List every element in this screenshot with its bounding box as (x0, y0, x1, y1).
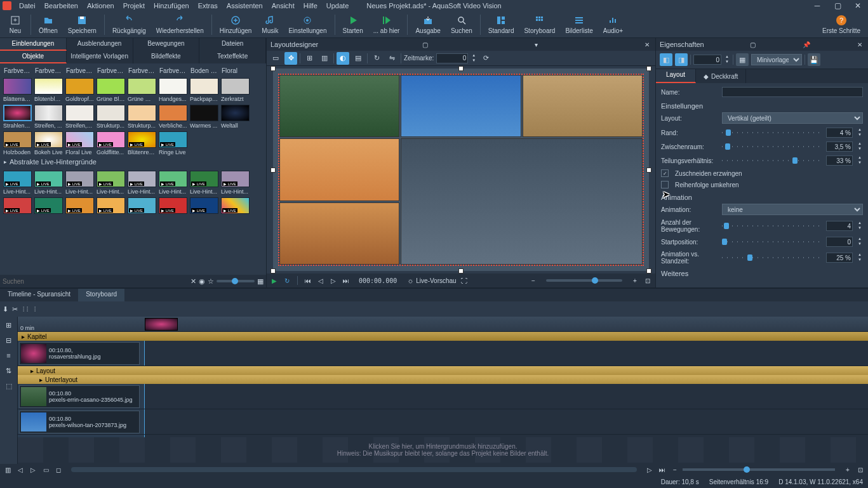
thumb-item[interactable]: ▶ LIVELive-Hint... (189, 171, 219, 195)
menu-projekt[interactable]: Projekt (119, 1, 149, 11)
teilung-value[interactable]: 33 % (826, 155, 853, 166)
timeline-clip[interactable]: 00:10.80 pexels-wilson-tan-2073873.jpg (19, 411, 140, 433)
tl-remove-track-icon[interactable]: ⊟ (3, 334, 15, 346)
open-button[interactable]: Öffnen (34, 13, 63, 36)
timeline-zoom-slider[interactable] (683, 468, 835, 471)
thumb-item[interactable]: ▶ LIVELive-Hint... (34, 171, 63, 195)
track-header-layout[interactable]: ▸Layout (18, 366, 868, 375)
standzeit-value[interactable]: 25 % (826, 253, 853, 263)
startpos-spinner[interactable]: ▲▼ (857, 237, 863, 247)
tab-texteffekte[interactable]: Texteffekte (199, 51, 266, 63)
thumb-item[interactable]: ▶ LIVE (189, 197, 219, 214)
panel-restore-icon[interactable]: ▢ (420, 40, 429, 49)
thumb-item[interactable]: ▶ LIVELive-Hint... (3, 171, 32, 195)
thumb-item[interactable]: ▶ LIVE (127, 197, 157, 214)
tl-tool-join-icon[interactable]: ⸽ (33, 305, 37, 313)
designer-move-icon[interactable]: ✥ (284, 52, 297, 65)
tl-layers-icon[interactable]: ▥ (3, 465, 13, 475)
design-canvas[interactable] (273, 69, 649, 271)
layout-imagelist-button[interactable]: Bilderliste (560, 13, 598, 36)
step-back-icon[interactable]: ◁ (316, 275, 326, 286)
track-header-unterlayout[interactable]: ▸Unterlayout (18, 375, 868, 384)
track-header-kapitel[interactable]: ▸Kapitel (18, 332, 868, 341)
collage-photo[interactable] (279, 75, 399, 137)
layout-audio-button[interactable]: Audio+ (598, 13, 628, 36)
pos-mode-b-icon[interactable]: ◨ (675, 53, 688, 66)
crop-checkbox[interactable]: ✓ (661, 169, 669, 177)
menu-datei[interactable]: Datei (15, 1, 39, 11)
thumb-item[interactable]: Grüne Wi... (127, 78, 157, 102)
tab-timeline[interactable]: Timeline - Spuransicht (0, 289, 78, 301)
thumb-item[interactable]: ▶ LIVEFloral Live (65, 131, 95, 155)
designer-flip-icon[interactable]: ⇋ (385, 52, 398, 65)
menu-aktionen[interactable]: Aktionen (83, 1, 118, 11)
play-preview-icon[interactable]: ▶ (269, 275, 279, 286)
thumb-label[interactable]: Farbverla... (96, 66, 126, 76)
thumb-label[interactable]: Farbverla... (3, 66, 32, 76)
menu-update[interactable]: Update (323, 1, 352, 11)
thumb-item[interactable]: ▶ LIVELive-Hint... (158, 171, 188, 195)
tab-bewegungen[interactable]: Bewegungen (133, 38, 200, 51)
thumb-size-slider[interactable] (217, 280, 255, 282)
position-spinner[interactable]: ▲▼ (724, 55, 730, 65)
play-from-button[interactable]: ... ab hier (368, 13, 405, 36)
loop-icon[interactable]: ↻ (282, 275, 292, 286)
moves-slider[interactable] (722, 225, 822, 227)
panel-restore-icon[interactable]: ▢ (749, 40, 758, 49)
grid-icon[interactable]: ▦ (257, 277, 264, 286)
teilung-spinner[interactable]: ▲▼ (857, 155, 863, 166)
collage-photo[interactable] (523, 75, 643, 137)
designer-snap-icon[interactable]: ▥ (318, 52, 331, 65)
thumb-item[interactable]: Strahlen, ... (3, 105, 32, 129)
timeline-ruler[interactable]: 0 min (18, 317, 868, 332)
menu-ansicht[interactable]: Ansicht (268, 1, 298, 11)
zoom-out-icon[interactable]: − (528, 275, 538, 286)
music-button[interactable]: Musik (257, 13, 283, 36)
tl-play-icon[interactable]: ▷ (644, 465, 655, 475)
designer-fill-icon[interactable]: ◐ (337, 52, 349, 65)
thumb-item[interactable]: Handges... (158, 78, 188, 102)
tl-next-icon[interactable]: ▷ (28, 465, 38, 475)
zoom-slider[interactable] (546, 279, 622, 282)
track-kapitel[interactable]: 00:10.80, rosaverstrahlung.jpg (18, 341, 868, 366)
thumb-item[interactable]: Blütenbla... (34, 78, 63, 102)
preview-expand-icon[interactable]: ⛶ (459, 275, 469, 286)
moves-value[interactable]: 4 (826, 221, 853, 231)
thumb-label[interactable]: Boden mi... (189, 66, 219, 76)
layout-standard-button[interactable]: Standard (483, 13, 519, 36)
tl-region-icon[interactable]: ⬚ (3, 380, 15, 392)
tl-fit-icon[interactable]: ◻ (53, 465, 63, 475)
rand-slider[interactable] (722, 132, 822, 133)
zoom-fit-icon[interactable]: ⊡ (643, 275, 653, 286)
startpos-slider[interactable] (722, 241, 822, 242)
first-steps-button[interactable]: ?Erste Schritte (817, 13, 865, 36)
rand-value[interactable]: 4 % (826, 128, 853, 138)
timemark-spinner[interactable]: ▲▼ (471, 53, 477, 63)
thumb-item[interactable]: ▶ LIVELive-Hint... (127, 171, 157, 195)
selection-handle[interactable] (646, 168, 651, 173)
designer-select-icon[interactable]: ▭ (269, 52, 282, 65)
tl-tool-cut-icon[interactable]: ✂ (12, 305, 18, 313)
zoom-in-icon[interactable]: + (630, 275, 640, 286)
thumb-item[interactable]: Blätterrah... (3, 78, 32, 102)
tl-collapse-icon[interactable]: ≡ (3, 350, 15, 361)
thumb-item[interactable]: Weltall (220, 105, 250, 129)
thumb-item[interactable]: Goldtropf... (65, 78, 95, 102)
thumb-item[interactable]: ▶ LIVEBokeh Live (34, 131, 63, 155)
collage-photo[interactable] (279, 138, 399, 201)
layout-storyboard-button[interactable]: Storyboard (519, 13, 560, 36)
thumb-item[interactable]: ▶ LIVE (3, 197, 32, 214)
music-track[interactable]: Klicken Sie hier, um Hintergrundmusik hi… (18, 437, 868, 463)
tab-deckkraft[interactable]: ◆Deckkraft (696, 69, 746, 83)
panel-collapse-icon[interactable]: ▾ (531, 40, 540, 49)
thumb-item[interactable]: Strukturp... (96, 105, 126, 129)
selection-handle[interactable] (458, 268, 464, 274)
thumb-item[interactable]: ▶ LIVE (65, 197, 95, 214)
tl-zoom-out-icon[interactable]: − (670, 465, 680, 475)
timemark-sync-icon[interactable]: ⟳ (479, 52, 492, 65)
selection-handle[interactable] (458, 66, 464, 71)
panel-close-icon[interactable]: ✕ (855, 40, 864, 49)
ruler-clip-thumb[interactable] (145, 318, 178, 331)
zwischen-value[interactable]: 3,5 % (826, 142, 853, 152)
template-icon[interactable]: ▦ (736, 53, 749, 66)
